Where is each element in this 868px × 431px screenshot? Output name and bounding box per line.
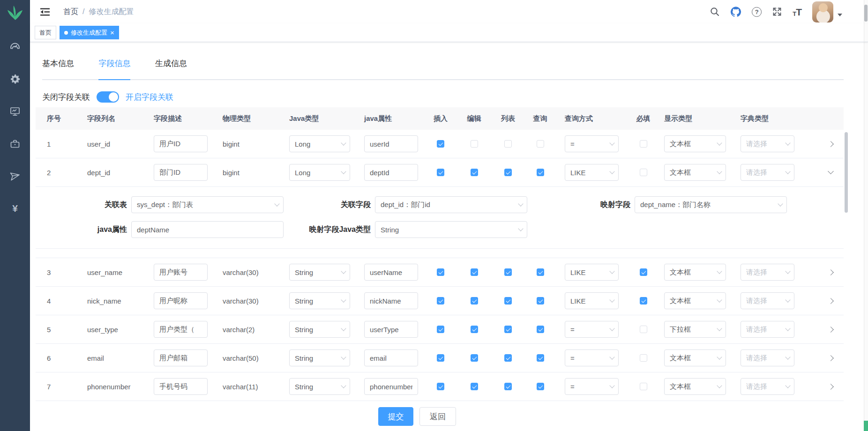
field-relation-toggle[interactable]: [97, 91, 119, 103]
field-description-input[interactable]: [154, 378, 208, 395]
required-checkbox[interactable]: [640, 383, 647, 390]
required-checkbox[interactable]: [640, 268, 647, 276]
java-attr-input[interactable]: [364, 164, 418, 181]
edit-checkbox[interactable]: [471, 326, 478, 333]
font-size-icon[interactable]: TT: [793, 7, 802, 17]
display-type-select[interactable]: 文本框: [664, 378, 726, 395]
insert-checkbox[interactable]: [437, 297, 444, 305]
relation-field-select[interactable]: dept_id：部门id: [375, 196, 527, 213]
tab-gen-info[interactable]: 生成信息: [155, 53, 187, 79]
table-scrollbar-thumb[interactable]: [845, 132, 848, 213]
java-type-select[interactable]: Long: [289, 135, 350, 152]
java-attr-input[interactable]: [364, 292, 418, 309]
field-description-input[interactable]: [154, 164, 208, 181]
java-attr-input[interactable]: [364, 321, 418, 338]
edit-checkbox[interactable]: [471, 140, 478, 148]
user-menu[interactable]: [812, 1, 842, 22]
search-icon[interactable]: [710, 7, 720, 17]
relation-java-attr-input[interactable]: [131, 221, 284, 238]
java-type-select[interactable]: Long: [289, 164, 350, 181]
field-relation-on-label[interactable]: 开启字段关联: [126, 92, 173, 103]
dict-type-select[interactable]: 请选择: [741, 292, 794, 309]
expand-row-icon[interactable]: [828, 327, 834, 333]
edit-checkbox[interactable]: [471, 297, 478, 305]
sidebar-item-system[interactable]: [9, 74, 21, 85]
query-checkbox[interactable]: [537, 140, 544, 148]
field-description-input[interactable]: [154, 264, 208, 281]
list-checkbox[interactable]: [504, 268, 512, 276]
github-icon[interactable]: [730, 6, 741, 17]
java-type-select[interactable]: String: [289, 321, 350, 338]
list-checkbox[interactable]: [504, 354, 512, 362]
edit-checkbox[interactable]: [471, 383, 478, 390]
sidebar-item-tool[interactable]: [9, 138, 21, 149]
expand-row-icon[interactable]: [828, 298, 834, 304]
query-checkbox[interactable]: [537, 297, 544, 305]
app-logo[interactable]: [0, 0, 30, 26]
required-checkbox[interactable]: [640, 169, 647, 176]
breadcrumb-home-link[interactable]: 首页: [63, 7, 78, 17]
query-checkbox[interactable]: [537, 383, 544, 390]
dict-type-select[interactable]: 请选择: [741, 264, 794, 281]
display-type-select[interactable]: 文本框: [664, 292, 726, 309]
query-checkbox[interactable]: [537, 326, 544, 333]
query-checkbox[interactable]: [537, 354, 544, 362]
list-checkbox[interactable]: [504, 297, 512, 305]
query-checkbox[interactable]: [537, 169, 544, 176]
sidebar-item-dashboard[interactable]: [9, 41, 21, 52]
insert-checkbox[interactable]: [437, 169, 444, 176]
submit-button[interactable]: 提交: [378, 407, 413, 426]
display-type-select[interactable]: 文本框: [664, 349, 726, 366]
mapping-field-select[interactable]: dept_name：部门名称: [635, 196, 787, 213]
query-type-select[interactable]: LIKE: [565, 264, 619, 281]
dict-type-select[interactable]: 请选择: [741, 135, 794, 152]
java-type-select[interactable]: String: [289, 292, 350, 309]
display-type-select[interactable]: 文本框: [664, 264, 726, 281]
back-button[interactable]: 返回: [419, 407, 456, 426]
dict-type-select[interactable]: 请选择: [741, 164, 794, 181]
java-attr-input[interactable]: [364, 378, 418, 395]
query-type-select[interactable]: =: [565, 321, 619, 338]
field-description-input[interactable]: [154, 135, 208, 152]
required-checkbox[interactable]: [640, 140, 647, 148]
relation-table-select[interactable]: sys_dept：部门表: [131, 196, 284, 213]
list-checkbox[interactable]: [504, 169, 512, 176]
tag-close-icon[interactable]: ×: [110, 29, 114, 36]
edit-checkbox[interactable]: [471, 169, 478, 176]
insert-checkbox[interactable]: [437, 326, 444, 333]
expand-row-icon[interactable]: [828, 269, 834, 275]
java-type-select[interactable]: String: [289, 264, 350, 281]
expand-row-icon[interactable]: [828, 355, 834, 361]
field-description-input[interactable]: [154, 349, 208, 366]
insert-checkbox[interactable]: [437, 140, 444, 148]
dict-type-select[interactable]: 请选择: [741, 378, 794, 395]
field-description-input[interactable]: [154, 292, 208, 309]
required-checkbox[interactable]: [640, 354, 647, 362]
page-scrollbar-track[interactable]: [864, 0, 868, 431]
insert-checkbox[interactable]: [437, 383, 444, 390]
java-attr-input[interactable]: [364, 349, 418, 366]
field-description-input[interactable]: [154, 321, 208, 338]
list-checkbox[interactable]: [504, 326, 512, 333]
display-type-select[interactable]: 文本框: [664, 135, 726, 152]
list-checkbox[interactable]: [504, 383, 512, 390]
required-checkbox[interactable]: [640, 297, 647, 305]
java-attr-input[interactable]: [364, 264, 418, 281]
expand-row-icon[interactable]: [828, 141, 834, 147]
query-type-select[interactable]: LIKE: [565, 164, 619, 181]
mapping-java-type-select[interactable]: String: [375, 221, 527, 238]
java-type-select[interactable]: String: [289, 349, 350, 366]
java-attr-input[interactable]: [364, 135, 418, 152]
expand-row-icon[interactable]: [828, 384, 834, 390]
tab-basic-info[interactable]: 基本信息: [42, 53, 74, 79]
sidebar-item-monitor[interactable]: [9, 106, 21, 117]
dict-type-select[interactable]: 请选择: [741, 321, 794, 338]
sidebar-item-pay[interactable]: ¥: [9, 203, 21, 214]
list-checkbox[interactable]: [504, 140, 512, 148]
edit-checkbox[interactable]: [471, 354, 478, 362]
query-type-select[interactable]: =: [565, 378, 619, 395]
java-type-select[interactable]: String: [289, 378, 350, 395]
tab-field-info[interactable]: 字段信息: [98, 53, 130, 79]
display-type-select[interactable]: 下拉框: [664, 321, 726, 338]
dict-type-select[interactable]: 请选择: [741, 349, 794, 366]
